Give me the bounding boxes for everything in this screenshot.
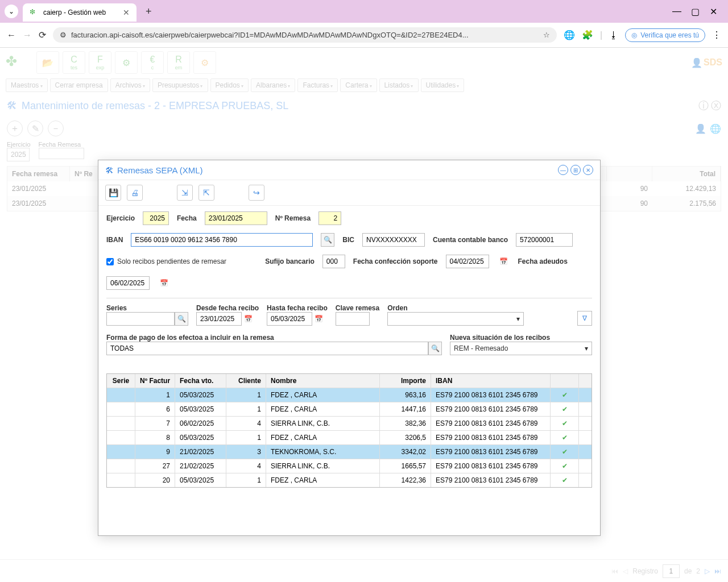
back-button[interactable]: ← bbox=[7, 30, 16, 40]
nremesa-input[interactable] bbox=[318, 211, 341, 225]
print-button[interactable]: 🖨 bbox=[127, 185, 143, 201]
situ-select[interactable]: REM - Remesado ▾ bbox=[450, 342, 592, 355]
orden-label: Orden bbox=[387, 304, 569, 312]
col-importe[interactable]: Importe bbox=[380, 374, 431, 388]
action1-button[interactable]: ⇲ bbox=[177, 185, 193, 201]
browser-tab-strip: ⌄ ❇ caierp - Gestión web ✕ + — ▢ ✕ bbox=[0, 0, 728, 23]
modal-title: Remesas SEPA (XML) bbox=[117, 165, 203, 175]
situ-label: Nueva situación de los recibos bbox=[450, 334, 592, 342]
series-label: Series bbox=[106, 304, 188, 312]
col-iban[interactable]: IBAN bbox=[431, 374, 551, 388]
table-row[interactable]: 706/02/20254SIERRA LINK, C.B.382,36ES79 … bbox=[107, 416, 592, 430]
solo-pendientes-checkbox[interactable]: Solo recibos pendientes de remesar bbox=[106, 257, 226, 265]
url-bar[interactable]: ⚙ facturacion.api-caisoft.es/caierpweb/c… bbox=[53, 27, 557, 43]
table-row[interactable]: 805/03/20251FDEZ , CARLA3206,5ES79 2100 … bbox=[107, 430, 592, 444]
col-cliente[interactable]: Cliente bbox=[226, 374, 266, 388]
clave-input[interactable] bbox=[336, 312, 370, 326]
remesas-sepa-modal: 🛠 Remesas SEPA (XML) — ⊞ ✕ 💾 🖨 ⇲ ⇱ ↪ Eje… bbox=[98, 160, 601, 536]
ejercicio-input[interactable] bbox=[143, 211, 169, 225]
forward-button[interactable]: → bbox=[23, 30, 32, 40]
close-tab-icon[interactable]: ✕ bbox=[123, 8, 130, 17]
table-row[interactable]: 605/03/20251FDEZ , CARLA1447,16ES79 2100… bbox=[107, 402, 592, 416]
col-factura[interactable]: Nº Factur bbox=[135, 374, 175, 388]
reload-button[interactable]: ⟳ bbox=[39, 30, 46, 40]
minimize-modal-icon[interactable]: — bbox=[558, 165, 568, 175]
sufijo-input[interactable] bbox=[322, 255, 345, 268]
table-row[interactable]: 105/03/20251FDEZ , CARLA963,16ES79 2100 … bbox=[107, 388, 592, 402]
fconf-input[interactable] bbox=[446, 255, 489, 268]
tab-title: caierp - Gestión web bbox=[43, 9, 106, 16]
chevron-down-icon: ▾ bbox=[516, 315, 520, 323]
site-settings-icon[interactable]: ⚙ bbox=[60, 31, 67, 39]
series-input[interactable] bbox=[106, 312, 175, 326]
verify-identity-pill[interactable]: ◎ Verifica que eres tú bbox=[625, 28, 705, 42]
desde-input[interactable] bbox=[196, 312, 242, 326]
fecha-input[interactable] bbox=[205, 211, 267, 225]
action2-button[interactable]: ⇱ bbox=[198, 185, 214, 201]
app-viewport: ✤ 📂 Ctes Fexp ⚙ €c Rem ⚙ 👤 SDS MaestrosC… bbox=[0, 48, 728, 582]
close-window-icon[interactable]: ✕ bbox=[708, 6, 719, 17]
tab-list-chevron[interactable]: ⌄ bbox=[5, 5, 18, 18]
checkbox-input[interactable] bbox=[106, 258, 114, 265]
orden-select[interactable]: ▾ bbox=[387, 312, 524, 326]
downloads-icon[interactable]: ⭳ bbox=[609, 30, 618, 40]
forma-label: Forma de pago de los efectoa a incluir e… bbox=[106, 334, 442, 342]
col-fvto[interactable]: Fecha vto. bbox=[175, 374, 226, 388]
menu-icon[interactable]: ⋮ bbox=[712, 30, 721, 40]
fadeu-input[interactable] bbox=[106, 276, 150, 290]
table-row[interactable]: 2721/02/20254SIERRA LINK, C.B.1665,57ES7… bbox=[107, 459, 592, 473]
extensions-icon[interactable]: 🧩 bbox=[582, 30, 593, 40]
table-row[interactable]: 2005/03/20251FDEZ , CARLA1422,36ES79 210… bbox=[107, 473, 592, 487]
favicon-icon: ❇ bbox=[30, 8, 39, 17]
close-modal-icon[interactable]: ✕ bbox=[583, 165, 593, 175]
sufijo-label: Sufijo bancario bbox=[265, 257, 315, 265]
desde-label: Desde fecha recibo bbox=[196, 304, 259, 312]
nremesa-label: Nº Remesa bbox=[275, 214, 311, 222]
forma-input[interactable] bbox=[106, 342, 428, 355]
maximize-icon[interactable]: ▢ bbox=[689, 6, 701, 17]
check-icon: ✔ bbox=[551, 388, 579, 402]
iban-label: IBAN bbox=[106, 236, 123, 244]
modal-header: 🛠 Remesas SEPA (XML) — ⊞ ✕ bbox=[98, 160, 600, 180]
target-icon: ◎ bbox=[631, 31, 637, 39]
clave-label: Clave remesa bbox=[336, 304, 379, 312]
calendar-icon[interactable]: 📅 bbox=[497, 257, 510, 265]
star-icon[interactable]: ☆ bbox=[543, 31, 550, 39]
recibos-table: Serie Nº Factur Fecha vto. Cliente Nombr… bbox=[106, 373, 592, 488]
iban-search-button[interactable]: 🔍 bbox=[321, 233, 334, 247]
browser-toolbar: ← → ⟳ ⚙ facturacion.api-caisoft.es/caier… bbox=[0, 23, 728, 48]
check-icon: ✔ bbox=[551, 431, 579, 444]
hasta-input[interactable] bbox=[267, 312, 312, 326]
table-header: Serie Nº Factur Fecha vto. Cliente Nombr… bbox=[107, 374, 592, 388]
col-serie[interactable]: Serie bbox=[107, 374, 135, 388]
browser-tab[interactable]: ❇ caierp - Gestión web ✕ bbox=[23, 3, 136, 22]
forma-search-button[interactable]: 🔍 bbox=[428, 342, 442, 355]
iban-input[interactable] bbox=[131, 233, 313, 247]
series-search-button[interactable]: 🔍 bbox=[175, 312, 188, 326]
col-check bbox=[551, 374, 579, 388]
modal-toolbar: 💾 🖨 ⇲ ⇱ ↪ bbox=[98, 180, 600, 206]
modal-body: Ejercicio Fecha Nº Remesa IBAN 🔍 BIC Cue… bbox=[98, 206, 600, 369]
cuenta-input[interactable] bbox=[516, 233, 573, 247]
bic-input[interactable] bbox=[362, 233, 425, 247]
save-button[interactable]: 💾 bbox=[105, 185, 121, 201]
calendar-icon[interactable]: 📅 bbox=[312, 315, 325, 323]
export-button[interactable]: ↪ bbox=[249, 185, 264, 201]
fecha-label: Fecha bbox=[177, 214, 197, 222]
filter-button[interactable]: ∇ bbox=[577, 311, 592, 326]
calendar-icon[interactable]: 📅 bbox=[242, 315, 255, 323]
chevron-down-icon: ▾ bbox=[585, 344, 588, 352]
table-row[interactable]: 921/02/20253TEKNOKROMA, S.C.3342,02ES79 … bbox=[107, 444, 592, 459]
hasta-label: Hasta fecha recibo bbox=[267, 304, 328, 312]
check-icon: ✔ bbox=[551, 445, 579, 459]
minimize-icon[interactable]: — bbox=[671, 6, 682, 17]
col-nombre[interactable]: Nombre bbox=[266, 374, 380, 388]
verify-text: Verifica que eres tú bbox=[640, 31, 699, 39]
maximize-modal-icon[interactable]: ⊞ bbox=[570, 165, 581, 175]
extension-globe-icon[interactable]: 🌐 bbox=[564, 30, 575, 40]
calendar-icon[interactable]: 📅 bbox=[158, 279, 171, 287]
check-icon: ✔ bbox=[551, 417, 579, 430]
cuenta-label: Cuenta contable banco bbox=[433, 236, 508, 244]
new-tab-button[interactable]: + bbox=[141, 6, 156, 18]
check-icon: ✔ bbox=[551, 402, 579, 416]
